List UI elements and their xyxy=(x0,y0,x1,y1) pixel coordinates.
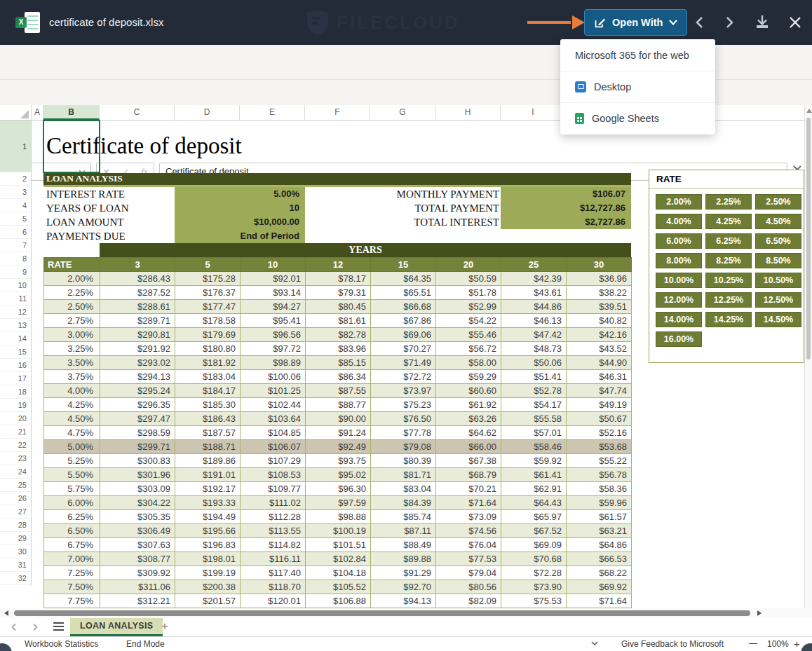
cell[interactable]: $299.71 xyxy=(100,440,175,454)
cell[interactable]: $61.57 xyxy=(567,510,632,524)
cell[interactable]: 2.75% xyxy=(44,314,100,328)
cell[interactable]: $107.29 xyxy=(241,454,306,468)
cell[interactable]: $308.77 xyxy=(100,552,175,566)
cell[interactable]: $106.88 xyxy=(306,594,371,608)
cell[interactable]: $55.22 xyxy=(567,454,632,468)
cell[interactable]: $187.57 xyxy=(175,426,241,440)
sheet-tab-loan-analysis[interactable]: LOAN ANALYSIS xyxy=(70,618,163,636)
cell[interactable]: $39.51 xyxy=(567,300,632,314)
cell[interactable]: 4.75% xyxy=(44,426,100,440)
cell[interactable]: $84.39 xyxy=(371,496,436,510)
column-header-I[interactable]: I xyxy=(501,105,566,120)
cell[interactable]: $62.91 xyxy=(501,482,567,496)
rate-button-2-25[interactable]: 2.25% xyxy=(705,194,752,210)
rate-button-12-25[interactable]: 12.25% xyxy=(705,292,752,308)
cell[interactable]: $93.75 xyxy=(306,454,371,468)
previous-file-button[interactable] xyxy=(693,15,707,29)
row-header-22[interactable]: 22 xyxy=(0,439,31,452)
column-header-E[interactable]: E xyxy=(240,105,305,120)
rate-button-12-50[interactable]: 12.50% xyxy=(755,292,801,308)
cell[interactable]: $79.31 xyxy=(306,286,371,300)
cell[interactable]: $73.90 xyxy=(501,580,567,594)
cell[interactable]: $90.00 xyxy=(306,412,371,426)
cell[interactable]: $304.22 xyxy=(100,496,175,510)
row-header-26[interactable]: 26 xyxy=(0,492,31,505)
cell[interactable]: $175.28 xyxy=(175,272,241,286)
row-header-19[interactable]: 19 xyxy=(0,399,31,412)
zoom-level[interactable]: 100% xyxy=(767,637,789,651)
cell[interactable]: $42.16 xyxy=(567,328,632,342)
cell[interactable]: $64.86 xyxy=(567,538,632,552)
cell[interactable]: $95.41 xyxy=(241,314,306,328)
cell[interactable]: $201.57 xyxy=(175,594,241,608)
download-icon[interactable] xyxy=(755,14,770,31)
row-header-21[interactable]: 21 xyxy=(0,425,31,439)
cell[interactable]: $46.13 xyxy=(501,314,567,328)
cell[interactable]: $101.51 xyxy=(306,538,371,552)
rate-button-10-50[interactable]: 10.50% xyxy=(755,273,801,288)
row-header-8[interactable]: 8 xyxy=(0,252,31,266)
cell[interactable]: $63.21 xyxy=(567,524,632,538)
row-header-18[interactable]: 18 xyxy=(0,385,31,399)
cell[interactable]: $68.79 xyxy=(436,468,501,482)
cell[interactable]: $49.19 xyxy=(567,398,632,412)
cell[interactable]: $89.88 xyxy=(371,552,436,566)
row-header-23[interactable]: 23 xyxy=(0,452,31,465)
cell[interactable]: $290.81 xyxy=(100,328,175,342)
rate-button-14-50[interactable]: 14.50% xyxy=(755,312,801,327)
cell[interactable]: $108.53 xyxy=(241,468,306,482)
cell[interactable]: $60.60 xyxy=(436,384,501,398)
cell[interactable]: $69.06 xyxy=(371,328,436,342)
row-header-5[interactable]: 5 xyxy=(0,212,31,226)
cell[interactable]: $56.78 xyxy=(567,468,632,482)
cell[interactable]: $55.46 xyxy=(436,328,501,342)
cell[interactable]: $198.01 xyxy=(175,552,241,566)
cell[interactable]: $56.72 xyxy=(436,342,501,356)
feedback-link[interactable]: Give Feedback to Microsoft xyxy=(614,637,724,651)
open-with-button[interactable]: Open With xyxy=(584,9,687,36)
rate-button-4-00[interactable]: 4.00% xyxy=(656,214,702,229)
cell[interactable]: $100.19 xyxy=(306,524,371,538)
rate-button-16-00[interactable]: 16.00% xyxy=(656,331,702,347)
cell[interactable]: $77.78 xyxy=(371,426,436,440)
cell[interactable]: $50.59 xyxy=(436,272,501,286)
cell[interactable]: $191.01 xyxy=(175,468,241,482)
cell[interactable]: $195.66 xyxy=(175,524,241,538)
rate-button-4-50[interactable]: 4.50% xyxy=(755,214,801,229)
cell[interactable]: 5.00% xyxy=(44,440,100,454)
rate-button-6-00[interactable]: 6.00% xyxy=(656,233,702,249)
cell[interactable]: $87.11 xyxy=(371,524,436,538)
cell[interactable]: $38.22 xyxy=(567,286,632,300)
cell[interactable]: $75.53 xyxy=(501,594,567,608)
cell[interactable]: $47.74 xyxy=(567,384,632,398)
row-header-29[interactable]: 29 xyxy=(0,532,31,545)
cell[interactable]: $101.25 xyxy=(241,384,306,398)
cell[interactable]: $104.18 xyxy=(306,566,371,580)
cell[interactable]: $179.69 xyxy=(175,328,241,342)
cell[interactable]: $85.74 xyxy=(371,510,436,524)
cell[interactable]: 3.50% xyxy=(44,356,100,370)
row-header-16[interactable]: 16 xyxy=(0,359,31,372)
cell[interactable]: $96.30 xyxy=(306,482,371,496)
column-header-G[interactable]: G xyxy=(370,105,435,120)
rate-button-6-25[interactable]: 6.25% xyxy=(705,233,752,249)
cell[interactable]: 2.25% xyxy=(44,286,100,300)
cell[interactable]: $111.02 xyxy=(241,496,306,510)
cell[interactable]: $44.86 xyxy=(501,300,567,314)
rate-button-10-00[interactable]: 10.00% xyxy=(656,273,702,288)
cell[interactable]: $102.84 xyxy=(306,552,371,566)
cell[interactable]: $71.64 xyxy=(436,496,501,510)
cell[interactable]: $94.13 xyxy=(371,594,436,608)
cell[interactable]: $80.45 xyxy=(306,300,371,314)
cell[interactable]: $65.51 xyxy=(371,286,436,300)
cell[interactable]: $92.01 xyxy=(241,272,306,286)
scroll-up-icon[interactable] xyxy=(806,109,812,113)
cell[interactable]: $47.42 xyxy=(501,328,567,342)
cell[interactable]: $298.59 xyxy=(100,426,175,440)
cell[interactable]: $36.96 xyxy=(567,272,632,286)
cell[interactable]: $92.49 xyxy=(306,440,371,454)
column-header-D[interactable]: D xyxy=(175,105,240,120)
cell[interactable]: $120.01 xyxy=(241,594,306,608)
row-header-15[interactable]: 15 xyxy=(0,345,31,359)
vertical-scrollbar[interactable] xyxy=(804,105,812,608)
